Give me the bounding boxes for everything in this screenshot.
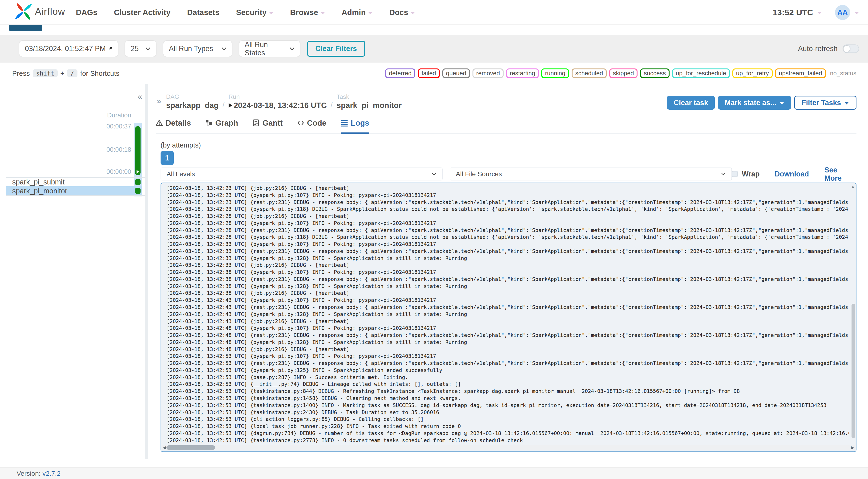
play-icon — [136, 170, 139, 173]
detail-tabs: Details Graph Gantt Code Logs — [156, 117, 857, 134]
state-badge[interactable]: up_for_retry — [733, 68, 773, 78]
warning-triangle-icon — [156, 119, 163, 127]
state-badge[interactable]: restarting — [506, 68, 539, 78]
log-panel: [2024-03-18, 13:42:23 UTC] {job.py:216} … — [160, 183, 857, 452]
menu-security[interactable]: Security — [236, 8, 274, 17]
breadcrumb-dag[interactable]: DAG sparkapp_dag — [166, 93, 218, 109]
menu-docs[interactable]: Docs — [389, 8, 415, 17]
task-row-spark-pi-submit[interactable]: spark_pi_submit — [6, 178, 143, 187]
airflow-brand[interactable]: Airflow — [14, 2, 65, 21]
log-line: [2024-03-18, 13:42:53 UTC] {pyspark_pi.p… — [166, 367, 849, 374]
breadcrumb-task[interactable]: Task spark_pi_monitor — [337, 93, 402, 109]
download-link[interactable]: Download — [775, 170, 809, 178]
tab-code[interactable]: Code — [297, 117, 327, 134]
filter-bar: 03/18/2024, 01:52:47 PM 25 All Run Types… — [0, 35, 868, 63]
state-badge[interactable]: skipped — [609, 68, 638, 78]
legend-row: Press shift + / for Shortcuts deferred f… — [0, 63, 868, 84]
state-badge[interactable]: success — [640, 68, 670, 78]
wrap-checkbox[interactable] — [732, 171, 738, 177]
state-badge[interactable]: removed — [472, 68, 503, 78]
tab-details[interactable]: Details — [156, 117, 191, 134]
chevron-down-icon — [844, 102, 849, 104]
airflow-logo-icon — [14, 2, 33, 21]
log-line: [2024-03-18, 13:42:23 UTC] {rest.py:231}… — [166, 199, 849, 206]
clear-filters-button[interactable]: Clear Filters — [307, 41, 365, 57]
attempt-1-button[interactable]: 1 — [160, 151, 174, 165]
duration-axis-label: Duration — [107, 112, 131, 119]
collapse-sidebar-button[interactable]: « — [138, 92, 143, 101]
chevron-down-icon — [320, 12, 325, 14]
log-line: [2024-03-18, 13:42:48 UTC] {pyspark_pi.p… — [166, 339, 849, 346]
log-line: [2024-03-18, 13:42:33 UTC] {job.py:216} … — [166, 262, 849, 269]
avatar[interactable]: AA — [835, 5, 850, 20]
by-attempts-label: (by attempts) — [160, 141, 201, 149]
scroll-left-arrow-icon[interactable]: ◀ — [163, 445, 166, 450]
task-instance-square-monitor[interactable] — [135, 188, 141, 194]
chevron-down-icon — [289, 47, 294, 50]
toggle-knob — [843, 45, 850, 52]
shift-key: shift — [33, 69, 58, 77]
run-duration-bar[interactable] — [135, 126, 141, 175]
auto-refresh-label: Auto-refresh — [798, 44, 838, 53]
log-line: [2024-03-18, 13:42:43 UTC] {rest.py:231}… — [166, 304, 849, 311]
run-states-select[interactable]: All Run States — [239, 41, 300, 57]
menu-admin[interactable]: Admin — [342, 8, 373, 17]
panel-resize-handle[interactable] — [145, 84, 148, 459]
page-size-select[interactable]: 25 — [125, 41, 156, 57]
state-badge[interactable]: scheduled — [571, 68, 607, 78]
state-badge[interactable]: running — [541, 68, 569, 78]
airflow-grid-page: { "navbar": { "brand": "Airflow", "items… — [0, 0, 868, 479]
horizontal-scrollbar-thumb[interactable] — [166, 445, 215, 450]
log-line: [2024-03-18, 13:42:53 UTC] {taskinstance… — [166, 402, 849, 409]
duration-tick: 00:00:37 — [106, 123, 131, 130]
state-badge[interactable]: upstream_failed — [775, 68, 826, 78]
tab-logs[interactable]: Logs — [341, 117, 369, 134]
log-line: [2024-03-18, 13:42:33 UTC] {rest.py:231}… — [166, 248, 849, 255]
state-badge[interactable]: failed — [418, 68, 440, 78]
run-types-select[interactable]: All Run Types — [163, 41, 232, 57]
grid-sidebar: « Duration 00:00:37 00:00:18 00:00:00 sp… — [0, 84, 145, 468]
menu-dags[interactable]: DAGs — [76, 8, 97, 17]
log-line: [2024-03-18, 13:42:38 UTC] {pyspark_pi.p… — [166, 269, 849, 276]
breadcrumb-run[interactable]: Run 2024-03-18, 13:42:16 UTC — [228, 93, 327, 109]
log-line: [2024-03-18, 13:42:28 UTC] {pyspark_pi.p… — [166, 220, 849, 227]
menu-datasets[interactable]: Datasets — [187, 8, 219, 17]
mark-state-as-button[interactable]: Mark state as... — [718, 96, 791, 109]
state-badge[interactable]: queued — [442, 68, 470, 78]
version-link[interactable]: v2.7.2 — [42, 470, 61, 477]
date-filter-input[interactable]: 03/18/2024, 01:52:47 PM — [19, 41, 118, 57]
scroll-up-arrow-icon[interactable]: ▲ — [851, 184, 855, 189]
tab-gantt[interactable]: Gantt — [252, 117, 282, 134]
state-legend: deferred failed queued removed restartin… — [385, 68, 856, 78]
log-levels-select[interactable]: All Levels — [160, 167, 443, 180]
tab-graph[interactable]: Graph — [205, 117, 238, 134]
log-line: [2024-03-18, 13:42:53 UTC] {rest.py:231}… — [166, 360, 849, 367]
log-line: [2024-03-18, 13:42:53 UTC] {base.py:287}… — [166, 374, 849, 381]
vertical-scrollbar-thumb[interactable] — [851, 304, 855, 438]
duration-tick: 00:00:18 — [106, 146, 131, 153]
state-badge[interactable]: up_for_reschedule — [672, 68, 730, 78]
menu-cluster-activity[interactable]: Cluster Activity — [114, 8, 170, 17]
state-badge[interactable]: deferred — [385, 68, 415, 78]
horizontal-scrollbar[interactable]: ◀ ▶ — [161, 445, 855, 450]
task-instance-square-submit[interactable] — [135, 179, 141, 185]
log-line: [2024-03-18, 13:42:43 UTC] {job.py:216} … — [166, 318, 849, 325]
log-line: [2024-03-18, 13:42:23 UTC] {pyspark_pi.p… — [166, 205, 849, 213]
log-line: [2024-03-18, 13:42:53 UTC] {taskinstance… — [166, 395, 849, 402]
log-line: [2024-03-18, 13:42:48 UTC] {rest.py:231}… — [166, 332, 849, 339]
state-badge-no-status[interactable]: no_status — [830, 70, 856, 77]
footer: Version: v2.7.2 — [0, 468, 868, 479]
clock-dropdown[interactable]: 13:52 UTC — [773, 8, 822, 17]
auto-refresh-toggle[interactable] — [843, 44, 859, 53]
filter-tasks-button[interactable]: Filter Tasks — [794, 96, 857, 109]
chevron-down-icon — [410, 12, 415, 14]
menu-browse[interactable]: Browse — [290, 8, 325, 17]
task-row-spark-pi-monitor[interactable]: spark_pi_monitor — [6, 186, 143, 195]
user-menu[interactable]: AA — [835, 5, 859, 20]
breadcrumb-chevrons-icon[interactable]: » — [157, 96, 161, 106]
scroll-right-arrow-icon[interactable]: ▶ — [851, 445, 854, 450]
file-sources-select[interactable]: All File Sources — [450, 167, 732, 180]
log-line: [2024-03-18, 13:42:43 UTC] {pyspark_pi.p… — [166, 297, 849, 304]
clear-task-button[interactable]: Clear task — [667, 96, 714, 109]
see-more-link[interactable]: See More — [825, 166, 857, 182]
